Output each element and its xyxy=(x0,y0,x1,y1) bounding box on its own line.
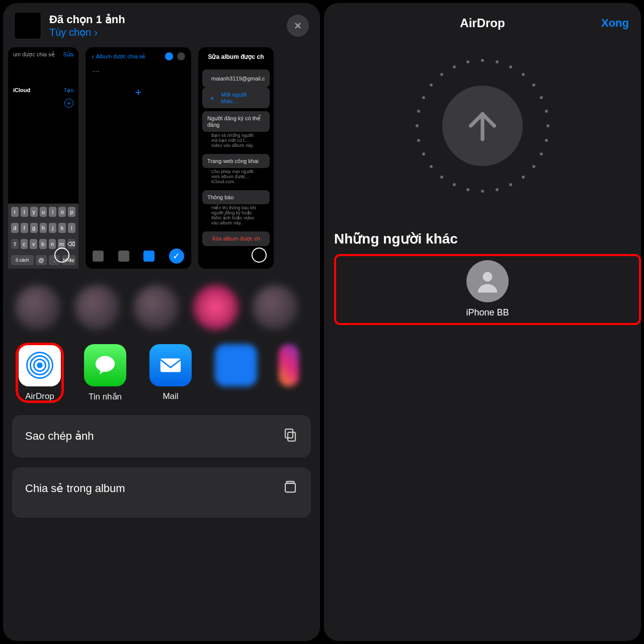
selection-circle[interactable] xyxy=(252,248,267,263)
selected-photo-thumbnail xyxy=(14,12,41,39)
upload-circle[interactable] xyxy=(442,86,523,166)
album-toolbar: ✓ xyxy=(86,249,191,264)
svg-point-4 xyxy=(96,356,115,372)
options-link[interactable]: Tùy chọn xyxy=(49,26,98,38)
contact-avatar[interactable] xyxy=(193,285,238,330)
ellipsis-label: ⋯ xyxy=(86,65,191,77)
back-label: Album được chia sẻ xyxy=(96,53,146,60)
settings-row-email: maianh3119@gmail.c xyxy=(202,69,270,88)
app-label: AirDrop xyxy=(25,391,54,401)
more-icon: ⋯ xyxy=(177,52,185,60)
messages-icon xyxy=(84,344,126,386)
action-label: Sao chép ảnh xyxy=(25,430,94,443)
mail-app[interactable]: Mail xyxy=(148,344,193,401)
photo-preview-carousel[interactable]: um được chia sẻ Sửa iCloud Tạo + rtyuiop… xyxy=(3,42,320,276)
share-sheet-screen: Đã chọn 1 ảnh Tùy chọn um được chia sẻ S… xyxy=(3,3,320,641)
settings-row: Trang web công khai xyxy=(202,154,270,168)
svg-rect-8 xyxy=(285,484,295,493)
preview-card-selected[interactable]: ‹ Album được chia sẻ ⋯ ⋯ + ✓ xyxy=(86,47,191,269)
action-label: Chia sẻ trong album xyxy=(25,482,125,495)
copy-photo-action[interactable]: Sao chép ảnh xyxy=(12,415,311,457)
airdrop-recipient[interactable]: iPhone BB xyxy=(334,254,641,325)
copy-icon xyxy=(283,427,298,445)
mail-icon xyxy=(149,344,192,386)
arrow-up-icon xyxy=(462,106,503,146)
instagram-icon xyxy=(279,344,299,386)
instagram-app[interactable] xyxy=(279,344,299,386)
preview-card-settings[interactable]: Sửa album được ch maianh3119@gmail.c + M… xyxy=(198,47,274,269)
chevron-left-icon: ‹ xyxy=(92,52,94,60)
settings-row: Người đăng ký có thể đăng xyxy=(202,111,270,132)
toolbar-albums-icon xyxy=(143,251,154,262)
share-sheet-header: Đã chọn 1 ảnh Tùy chọn xyxy=(3,3,320,42)
airdrop-title: AirDrop xyxy=(460,16,505,30)
share-in-album-action[interactable]: Chia sẻ trong album xyxy=(12,467,311,518)
selection-circle[interactable] xyxy=(54,248,69,263)
facebook-icon xyxy=(215,344,257,386)
settings-row-delete: Xóa album được ch xyxy=(202,231,270,246)
add-photo-icon: + xyxy=(135,86,142,99)
selection-circle-checked[interactable]: ✓ xyxy=(169,249,184,264)
airdrop-header: AirDrop Xong xyxy=(324,3,641,35)
suggested-contacts-row[interactable] xyxy=(3,276,320,339)
messages-app[interactable]: Tin nhắn xyxy=(83,344,128,402)
svg-rect-6 xyxy=(288,432,295,441)
settings-row: Thông báo xyxy=(202,190,270,204)
share-apps-row: AirDrop Tin nhắn Mail xyxy=(3,339,320,410)
app-label: Mail xyxy=(163,391,178,401)
close-button[interactable] xyxy=(287,15,309,37)
svg-point-0 xyxy=(37,362,43,368)
contact-avatar[interactable] xyxy=(253,285,298,330)
contact-avatar[interactable] xyxy=(15,285,60,330)
person-add-icon xyxy=(165,52,173,60)
toolbar-foryou-icon xyxy=(118,251,129,262)
preview-create-link: Tạo xyxy=(63,87,73,94)
svg-rect-5 xyxy=(160,359,181,372)
recipient-label: iPhone BB xyxy=(466,307,509,318)
preview-card[interactable]: um được chia sẻ Sửa iCloud Tạo + rtyuiop… xyxy=(8,47,78,269)
plus-icon: + xyxy=(207,94,217,102)
dotted-ring xyxy=(412,55,553,196)
close-icon xyxy=(293,21,303,31)
airdrop-target-zone xyxy=(324,35,641,226)
svg-rect-9 xyxy=(287,481,294,484)
selection-count-label: Đã chọn 1 ảnh xyxy=(49,13,279,26)
airdrop-icon xyxy=(19,344,61,386)
contact-avatar[interactable] xyxy=(74,285,120,330)
contact-avatar[interactable] xyxy=(134,285,179,330)
preview-top-label: um được chia sẻ xyxy=(13,51,55,58)
settings-title: Sửa album được ch xyxy=(198,47,274,66)
toolbar-library-icon xyxy=(93,251,104,262)
svg-rect-7 xyxy=(285,429,293,438)
others-section-title: Những người khác xyxy=(324,226,641,254)
app-label: Tin nhắn xyxy=(89,391,122,402)
settings-row-invite: + Mời người khác… xyxy=(202,88,270,108)
preview-edit-link: Sửa xyxy=(63,51,73,58)
airdrop-screen: AirDrop Xong Những người khác iPhone BB xyxy=(324,3,641,641)
svg-point-10 xyxy=(483,272,493,282)
add-icon: + xyxy=(64,99,73,108)
done-button[interactable]: Xong xyxy=(601,17,629,30)
album-icon xyxy=(283,479,298,498)
facebook-app[interactable] xyxy=(213,344,259,386)
preview-section-label: iCloud xyxy=(13,87,30,94)
person-icon xyxy=(466,260,509,302)
airdrop-app[interactable]: AirDrop xyxy=(17,344,62,401)
